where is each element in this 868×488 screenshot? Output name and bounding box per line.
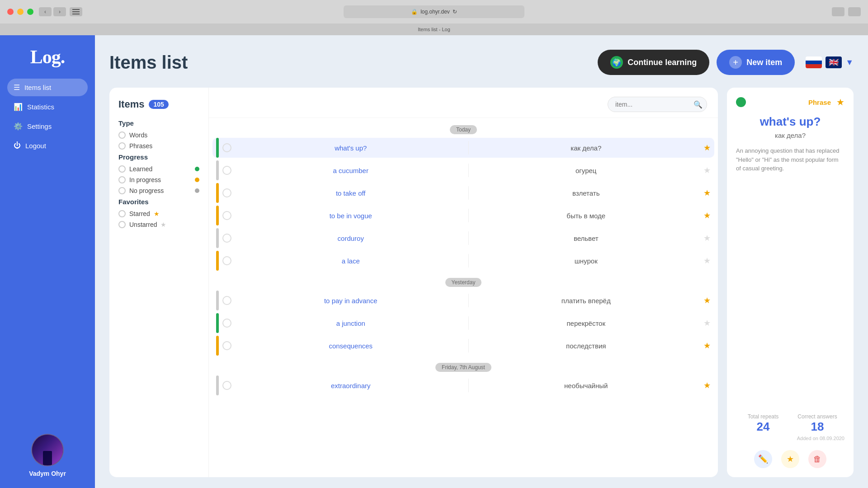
favorite-button[interactable]: ★: [781, 450, 799, 468]
list-item[interactable]: corduroy вельвет ★: [212, 228, 714, 248]
item-divider: [468, 294, 469, 307]
delete-button[interactable]: 🗑: [808, 450, 826, 468]
item-checkbox[interactable]: [222, 319, 231, 328]
list-item[interactable]: a lace шнурок ★: [212, 251, 714, 271]
search-wrap: 🔍: [608, 97, 707, 112]
filter-learned[interactable]: Learned: [118, 165, 199, 173]
share-button[interactable]: [832, 7, 844, 16]
filter-words[interactable]: Words: [118, 131, 199, 139]
list-item[interactable]: to take off взлетать ★: [212, 183, 714, 203]
item-russian: шнурок: [472, 257, 700, 265]
items-count-badge: 105: [149, 100, 168, 109]
filter-label-starred: Starred: [129, 210, 150, 217]
correct-answers-label: Correct answers: [790, 413, 844, 420]
filter-radio-in-progress[interactable]: [118, 176, 126, 183]
item-divider: [468, 186, 469, 200]
filter-in-progress[interactable]: In progress: [118, 176, 199, 183]
sidebar-item-logout[interactable]: ⏻ Logout: [7, 137, 88, 154]
progress-bar: [216, 336, 219, 356]
item-star[interactable]: ★: [703, 188, 711, 198]
item-checkbox[interactable]: [222, 341, 231, 350]
item-checkbox[interactable]: [222, 166, 231, 175]
filter-label-in-progress: In progress: [129, 176, 161, 183]
items-list-icon: ☰: [14, 83, 20, 92]
lock-icon: 🔒: [411, 9, 418, 15]
item-star[interactable]: ★: [703, 318, 711, 328]
language-dropdown-arrow[interactable]: ▼: [845, 58, 854, 67]
item-star[interactable]: ★: [703, 256, 711, 266]
item-english: extraordinary: [237, 382, 465, 389]
section-yesterday: Yesterday: [212, 278, 714, 287]
filter-no-progress[interactable]: No progress: [118, 187, 199, 194]
item-star[interactable]: ★: [703, 211, 711, 221]
list-item[interactable]: consequences последствия ★: [212, 336, 714, 356]
back-button[interactable]: ‹: [39, 7, 52, 16]
section-badge-yesterday: Yesterday: [445, 278, 482, 287]
new-item-button[interactable]: + New item: [717, 50, 795, 75]
detail-star-icon[interactable]: ★: [836, 97, 844, 108]
filter-radio-learned[interactable]: [118, 165, 126, 173]
item-checkbox[interactable]: [222, 211, 231, 220]
items-title: Items: [118, 99, 144, 110]
item-star[interactable]: ★: [703, 380, 711, 390]
refresh-icon[interactable]: ↻: [453, 9, 457, 15]
filter-unstarred[interactable]: Unstarred ★: [118, 221, 199, 228]
item-divider: [468, 164, 469, 177]
item-russian: вельвет: [472, 235, 700, 242]
item-russian: огурец: [472, 167, 700, 174]
item-english: a junction: [237, 319, 465, 327]
sidebar-toggle[interactable]: [70, 7, 82, 16]
maximize-button[interactable]: [27, 9, 33, 15]
flag-uk[interactable]: 🇬🇧: [826, 56, 842, 68]
list-item[interactable]: a cucumber огурец ★: [212, 160, 714, 180]
item-star[interactable]: ★: [703, 341, 711, 351]
list-item[interactable]: extraordinary необычайный ★: [212, 375, 714, 395]
search-input[interactable]: [608, 97, 707, 112]
continue-learning-button[interactable]: 🌍 Continue learning: [598, 50, 709, 75]
forward-button[interactable]: ›: [53, 7, 66, 16]
list-item[interactable]: a junction перекрёсток ★: [212, 313, 714, 333]
edit-button[interactable]: ✏️: [754, 450, 772, 468]
url-text: log.ohyr.dev: [420, 9, 450, 15]
list-item[interactable]: to pay in advance платить вперёд ★: [212, 291, 714, 310]
sidebar: Log. ☰ Items list 📊 Statistics ⚙️ Settin…: [0, 35, 95, 488]
close-button[interactable]: [7, 9, 14, 15]
item-english: what's up?: [237, 144, 465, 152]
filter-radio-no-progress[interactable]: [118, 187, 126, 194]
favorites-section-title: Favorites: [118, 198, 199, 206]
sidebar-item-statistics[interactable]: 📊 Statistics: [7, 98, 88, 116]
search-button[interactable]: 🔍: [693, 100, 703, 109]
item-checkbox[interactable]: [222, 256, 231, 265]
sidebar-item-items-list[interactable]: ☰ Items list: [7, 79, 88, 96]
item-star[interactable]: ★: [703, 233, 711, 243]
items-list-scroll[interactable]: Today what's up? как дела? ★: [209, 118, 718, 477]
fullscreen-button[interactable]: [848, 7, 861, 16]
item-checkbox[interactable]: [222, 143, 231, 152]
address-bar[interactable]: 🔒 log.ohyr.dev ↻: [344, 5, 524, 18]
filter-starred[interactable]: Starred ★: [118, 210, 199, 217]
item-star[interactable]: ★: [703, 143, 711, 153]
item-english: consequences: [237, 342, 465, 350]
item-checkbox[interactable]: [222, 296, 231, 305]
filter-phrases[interactable]: Phrases: [118, 142, 199, 150]
filter-radio-unstarred[interactable]: [118, 221, 126, 228]
item-english: a cucumber: [237, 167, 465, 174]
filter-radio-phrases[interactable]: [118, 142, 126, 150]
list-item[interactable]: to be in vogue быть в моде ★: [212, 206, 714, 225]
sidebar-item-settings[interactable]: ⚙️ Settings: [7, 117, 88, 135]
item-checkbox[interactable]: [222, 188, 231, 197]
filter-panel: Items 105 Type Words Phrases Progress: [109, 88, 209, 477]
item-star[interactable]: ★: [703, 296, 711, 305]
list-item[interactable]: what's up? как дела? ★: [212, 138, 714, 158]
progress-bar: [216, 228, 219, 248]
item-checkbox[interactable]: [222, 234, 231, 243]
sidebar-item-label: Logout: [25, 142, 46, 150]
minimize-button[interactable]: [17, 9, 24, 15]
item-checkbox[interactable]: [222, 381, 231, 390]
filter-radio-starred[interactable]: [118, 210, 126, 217]
starred-star-icon: ★: [154, 210, 160, 217]
flag-russia[interactable]: [806, 56, 822, 68]
item-star[interactable]: ★: [703, 165, 711, 175]
item-english: corduroy: [237, 235, 465, 242]
filter-radio-words[interactable]: [118, 131, 126, 139]
